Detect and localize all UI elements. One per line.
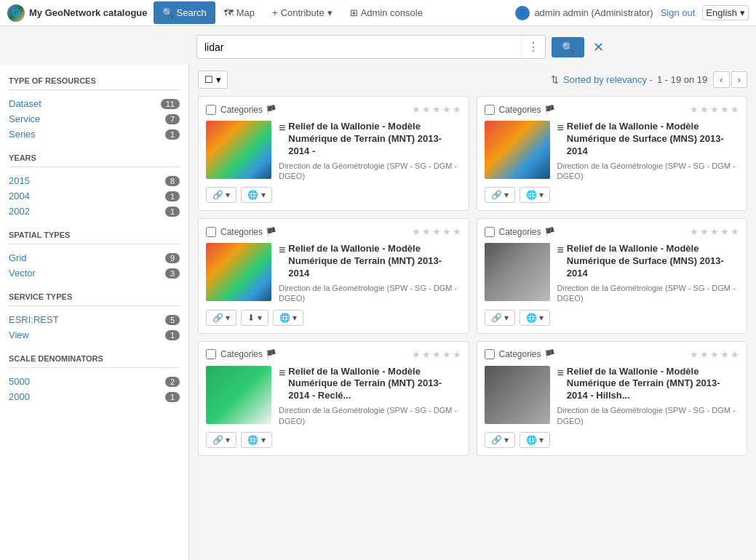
card-globe-button-6[interactable]: 🌐 ▾	[520, 432, 550, 448]
card-org-2: Direction de la Géométrologie (SPW - SG …	[557, 161, 740, 182]
card-header-6: Categories 🏴 ★ ★ ★ ★ ★	[485, 349, 740, 360]
stack-icon-6: ≡	[557, 366, 564, 381]
flag-icon-2: 🏴	[544, 105, 555, 115]
card-link-button-4[interactable]: 🔗 ▾	[485, 310, 515, 326]
filter-year-2002[interactable]: 2002 1	[9, 204, 180, 219]
card-info-1: ≡ Relief de la Wallonie - Modèle Numériq…	[279, 121, 461, 181]
card-link-button-1[interactable]: 🔗 ▾	[206, 187, 236, 203]
card-actions-1: 🔗 ▾ 🌐 ▾	[206, 187, 461, 203]
stack-icon-4: ≡	[557, 243, 564, 258]
filter-dataset[interactable]: Dataset 11	[9, 96, 180, 111]
nav-contribute[interactable]: + Contribute ▾	[263, 1, 341, 24]
brand-icon: 🌐	[7, 4, 25, 22]
search-menu-button[interactable]: ⋮	[521, 36, 545, 58]
contribute-nav-icon: +	[272, 7, 278, 18]
select-all-button[interactable]: ☐ ▾	[198, 71, 228, 89]
brand-label: My GeoNetwork catalogue	[29, 7, 148, 18]
card-checkbox-3[interactable]	[206, 227, 216, 237]
filter-scale-denominators: SCALE DENOMINATORS 5000 2 2000 1	[9, 354, 180, 404]
page-info: 1 - 19 on 19	[657, 74, 707, 85]
card-link-button-6[interactable]: 🔗 ▾	[485, 432, 515, 448]
filter-series[interactable]: Series 1	[9, 127, 180, 142]
sort-link[interactable]: Sorted by relevancy -	[563, 74, 653, 85]
filter-service-title: SERVICE TYPES	[9, 292, 180, 306]
card-link-button-3[interactable]: 🔗 ▾	[206, 310, 236, 326]
result-card-5: Categories 🏴 ★ ★ ★ ★ ★	[198, 341, 469, 456]
search-input-wrapper: ⋮	[196, 35, 546, 59]
card-stars-2: ★ ★ ★ ★ ★	[690, 104, 739, 115]
prev-page-button[interactable]: ‹	[713, 71, 729, 88]
nav-map[interactable]: 🗺 Map	[215, 1, 263, 24]
flag-icon-3: 🏴	[266, 227, 276, 237]
filter-type-of-resources: TYPE OF RESOURCES Dataset 11 Service 7 S…	[9, 76, 180, 142]
nav-admin[interactable]: ⊞ Admin console	[341, 1, 431, 24]
card-globe-button-1[interactable]: 🌐 ▾	[241, 187, 271, 203]
card-actions-4: 🔗 ▾ 🌐 ▾	[485, 310, 740, 326]
card-info-5: ≡ Relief de la Wallonie - Modèle Numériq…	[279, 366, 461, 426]
card-header-4: Categories 🏴 ★ ★ ★ ★ ★	[485, 226, 740, 237]
search-clear-button[interactable]: ✕	[590, 36, 607, 58]
result-card-3: Categories 🏴 ★ ★ ★ ★ ★	[198, 218, 469, 333]
filter-service-types: SERVICE TYPES ESRI:REST 5 View 1	[9, 292, 180, 343]
signout-link[interactable]: Sign out	[661, 7, 696, 18]
card-header-5: Categories 🏴 ★ ★ ★ ★ ★	[206, 349, 461, 360]
card-thumbnail-5	[206, 366, 271, 424]
card-org-1: Direction de la Géométrologie (SPW - SG …	[279, 161, 461, 182]
filter-service[interactable]: Service 7	[9, 111, 180, 127]
card-globe-button-2[interactable]: 🌐 ▾	[520, 187, 550, 203]
result-card-2: Categories 🏴 ★ ★ ★ ★ ★	[477, 96, 748, 211]
card-globe-button-4[interactable]: 🌐 ▾	[520, 310, 550, 326]
admin-nav-icon: ⊞	[350, 7, 358, 18]
card-categories-4: Categories 🏴	[499, 227, 555, 237]
card-thumbnail-2	[485, 121, 550, 179]
card-title-2: ≡ Relief de la Wallonie - Modèle Numériq…	[557, 121, 740, 158]
card-info-4: ≡ Relief de la Wallonie - Modèle Numériq…	[557, 243, 740, 303]
filter-vector[interactable]: Vector 3	[9, 265, 180, 281]
card-title-5: ≡ Relief de la Wallonie - Modèle Numériq…	[279, 366, 461, 403]
filter-year-2004[interactable]: 2004 1	[9, 188, 180, 204]
filter-year-2015[interactable]: 2015 8	[9, 173, 180, 188]
card-actions-6: 🔗 ▾ 🌐 ▾	[485, 432, 740, 448]
filter-grid[interactable]: Grid 9	[9, 250, 180, 265]
search-button[interactable]: 🔍	[552, 37, 584, 57]
result-card-4: Categories 🏴 ★ ★ ★ ★ ★	[477, 218, 748, 333]
next-page-button[interactable]: ›	[731, 71, 747, 88]
card-info-2: ≡ Relief de la Wallonie - Modèle Numériq…	[557, 121, 740, 181]
card-checkbox-4[interactable]	[485, 227, 495, 237]
filter-esri-rest[interactable]: ESRI:REST 5	[9, 312, 180, 327]
card-body-5: ≡ Relief de la Wallonie - Modèle Numériq…	[206, 366, 461, 426]
filter-2000[interactable]: 2000 1	[9, 389, 180, 404]
search-input[interactable]	[197, 37, 521, 57]
header: 🌐 My GeoNetwork catalogue 🔍 Search 🗺 Map…	[0, 0, 756, 26]
flag-icon-6: 🏴	[544, 349, 555, 359]
stack-icon-3: ≡	[279, 243, 285, 258]
card-checkbox-5[interactable]	[206, 349, 216, 359]
card-link-button-5[interactable]: 🔗 ▾	[206, 432, 236, 448]
filter-scale-title: SCALE DENOMINATORS	[9, 354, 180, 368]
main-layout: TYPE OF RESOURCES Dataset 11 Service 7 S…	[0, 65, 756, 560]
brand[interactable]: 🌐 My GeoNetwork catalogue	[7, 4, 148, 22]
filter-5000[interactable]: 5000 2	[9, 374, 180, 389]
card-globe-button-5[interactable]: 🌐 ▾	[241, 432, 271, 448]
user-info: 👤 admin admin (Administrator)	[515, 6, 653, 20]
card-header-3: Categories 🏴 ★ ★ ★ ★ ★	[206, 226, 461, 237]
card-checkbox-6[interactable]	[485, 349, 495, 359]
card-download-button-3[interactable]: ⬇ ▾	[241, 310, 268, 326]
card-checkbox-2[interactable]	[485, 105, 495, 115]
card-info-3: ≡ Relief de la Wallonie - Modèle Numériq…	[279, 243, 461, 303]
card-link-button-2[interactable]: 🔗 ▾	[485, 187, 515, 203]
search-bar-container: ⋮ 🔍 ✕	[0, 26, 756, 65]
nav-search[interactable]: 🔍 Search	[154, 1, 215, 24]
card-checkbox-1[interactable]	[206, 105, 216, 115]
map-nav-icon: 🗺	[224, 7, 234, 18]
search-nav-icon: 🔍	[162, 7, 174, 18]
filter-view[interactable]: View 1	[9, 327, 180, 343]
card-categories-1: Categories 🏴	[220, 105, 276, 115]
card-globe-button-3[interactable]: 🌐 ▾	[273, 310, 303, 326]
sidebar: TYPE OF RESOURCES Dataset 11 Service 7 S…	[0, 65, 189, 560]
card-actions-2: 🔗 ▾ 🌐 ▾	[485, 187, 740, 203]
card-title-6: ≡ Relief de la Wallonie - Modèle Numériq…	[557, 366, 740, 403]
card-stars-3: ★ ★ ★ ★ ★	[412, 226, 461, 237]
language-selector[interactable]: English ▾	[702, 5, 749, 20]
card-body-6: ≡ Relief de la Wallonie - Modèle Numériq…	[485, 366, 740, 426]
